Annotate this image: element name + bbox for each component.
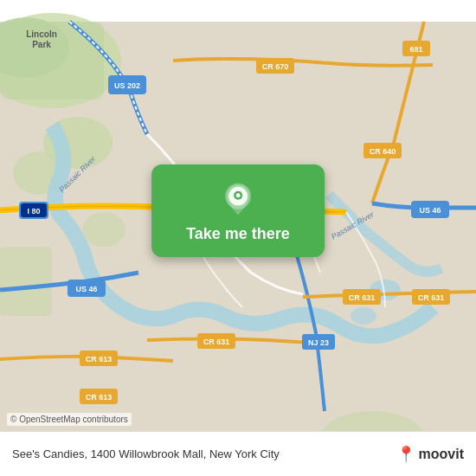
svg-text:CR 631: CR 631 xyxy=(203,338,230,346)
take-me-there-label: Take me there xyxy=(186,225,290,243)
svg-rect-7 xyxy=(0,247,52,316)
svg-point-45 xyxy=(235,193,240,197)
svg-text:CR 670: CR 670 xyxy=(262,62,289,71)
svg-point-10 xyxy=(351,307,376,325)
svg-text:CR 631: CR 631 xyxy=(349,293,376,302)
location-text: See's Candies, 1400 Willowbrook Mall, Ne… xyxy=(12,447,396,460)
take-me-there-button[interactable]: Take me there xyxy=(151,164,325,257)
map-container: US 202 CR 670 681 CR 640 I 80 US 46 US 4… xyxy=(0,0,476,476)
location-pin-icon xyxy=(221,182,255,216)
svg-text:CR 613: CR 613 xyxy=(86,355,113,363)
svg-text:CR 613: CR 613 xyxy=(86,393,113,402)
svg-point-6 xyxy=(82,212,125,247)
svg-text:CR 640: CR 640 xyxy=(370,147,396,156)
svg-text:US 202: US 202 xyxy=(114,81,140,90)
svg-text:Park: Park xyxy=(32,40,51,49)
moovit-logo: 📍 moovit xyxy=(396,445,464,464)
moovit-logo-text: moovit xyxy=(419,447,464,462)
svg-text:681: 681 xyxy=(409,45,422,54)
bottom-bar: See's Candies, 1400 Willowbrook Mall, Ne… xyxy=(0,431,476,476)
copyright-notice: © OpenStreetMap contributors xyxy=(7,413,132,426)
svg-text:US 46: US 46 xyxy=(75,285,97,293)
svg-text:US 46: US 46 xyxy=(419,206,441,215)
moovit-pin-icon: 📍 xyxy=(396,445,415,464)
svg-text:I 80: I 80 xyxy=(27,207,40,215)
svg-text:CR 631: CR 631 xyxy=(418,293,445,302)
svg-text:Lincoln: Lincoln xyxy=(26,29,57,39)
svg-text:NJ 23: NJ 23 xyxy=(308,338,329,347)
